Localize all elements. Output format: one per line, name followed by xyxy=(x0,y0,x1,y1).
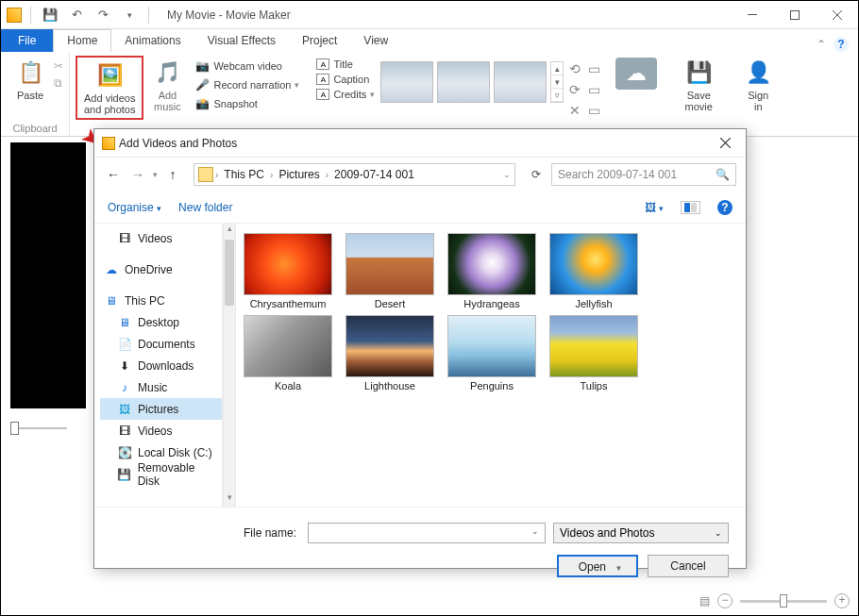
skydrive-button[interactable]: ☁ xyxy=(610,56,663,93)
file-item[interactable]: Koala xyxy=(244,315,332,391)
save-movie-button[interactable]: 💾 Save movie xyxy=(675,56,722,114)
tab-animations[interactable]: Animations xyxy=(111,30,194,52)
signin-button[interactable]: 👤 Sign in xyxy=(734,56,782,114)
nav-music[interactable]: ♪Music xyxy=(100,376,222,398)
rotate-thumb[interactable] xyxy=(437,61,490,103)
nav-desktop[interactable]: 🖥Desktop xyxy=(100,311,222,333)
disk-icon: 💽 xyxy=(117,445,132,460)
crumb-sep-icon[interactable]: › xyxy=(326,170,328,180)
undo-icon[interactable]: ↶ xyxy=(66,5,87,25)
nav-videos2[interactable]: 🎞Videos xyxy=(100,420,222,441)
folder-icon xyxy=(198,167,213,182)
nav-scrollbar[interactable]: ▴ ▾ xyxy=(223,224,236,507)
back-button[interactable]: ← xyxy=(104,167,123,182)
open-button[interactable]: Open ▼ xyxy=(557,555,638,577)
crumb-folder[interactable]: 2009-07-14 001 xyxy=(330,168,418,181)
dialog-close-button[interactable] xyxy=(712,132,738,155)
nav-onedrive[interactable]: ☁OneDrive xyxy=(100,258,222,280)
file-item[interactable]: Jellyfish xyxy=(549,233,638,309)
nav-pictures[interactable]: 🖼Pictures xyxy=(100,398,222,420)
save-icon[interactable]: 💾 xyxy=(40,5,60,25)
maximize-button[interactable] xyxy=(773,1,816,29)
file-item[interactable]: Hydrangeas xyxy=(447,233,536,309)
qat-dropdown-icon[interactable]: ▾ xyxy=(119,5,140,25)
tab-view[interactable]: View xyxy=(350,30,401,52)
crumb-pictures[interactable]: Pictures xyxy=(275,168,323,181)
zoom-out-icon[interactable]: − xyxy=(717,593,733,608)
preview-pane-button[interactable] xyxy=(681,201,700,214)
help-icon[interactable]: ? xyxy=(834,37,849,52)
caption-button[interactable]: ACaption xyxy=(312,73,379,86)
app-icon xyxy=(7,8,22,23)
rotate-thumb[interactable] xyxy=(494,61,547,103)
refresh-button[interactable]: ⟳ xyxy=(527,168,546,181)
forward-button[interactable]: → xyxy=(128,167,147,182)
address-dropdown-icon[interactable]: ⌄ xyxy=(503,170,511,179)
cut-icon[interactable]: ✂ xyxy=(54,59,63,73)
credits-button[interactable]: ACredits ▾ xyxy=(312,88,379,101)
crumb-sep-icon[interactable]: › xyxy=(270,170,273,180)
crumb-this-pc[interactable]: This PC xyxy=(220,168,268,181)
filter-dropdown[interactable]: Videos and Photos⌄ xyxy=(553,523,729,543)
select2-icon[interactable]: ▭ xyxy=(588,82,600,97)
add-music-button[interactable]: 🎵 Add music xyxy=(143,56,191,114)
file-thumbnail xyxy=(549,233,638,295)
tab-file[interactable]: File xyxy=(1,29,53,52)
close-button[interactable] xyxy=(816,1,858,29)
tab-visual-effects[interactable]: Visual Effects xyxy=(194,30,289,52)
add-videos-button[interactable]: 🖼️ Add videos and photos xyxy=(78,58,141,117)
collapse-ribbon-icon[interactable]: ⌃ xyxy=(817,38,826,51)
file-item[interactable]: Chrysanthemum xyxy=(244,233,332,309)
filename-input[interactable]: ⌄ xyxy=(308,523,546,543)
minimize-button[interactable] xyxy=(731,1,773,29)
address-bar[interactable]: › This PC › Pictures › 2009-07-14 001 ⌄ xyxy=(194,163,515,186)
seek-slider[interactable] xyxy=(10,427,86,429)
rotate-left-icon[interactable]: ⟲ xyxy=(569,61,581,76)
file-item[interactable]: Tulips xyxy=(549,315,638,391)
rotate-more[interactable]: ▴▾▿ xyxy=(550,61,564,103)
view-options-button[interactable]: 🖼 ▾ xyxy=(645,201,664,214)
cloud-icon: ☁ xyxy=(615,58,657,90)
thumbnails-icon[interactable]: ▤ xyxy=(699,594,710,608)
file-thumbnail xyxy=(345,315,434,377)
nav-removable[interactable]: 💾Removable Disk xyxy=(100,463,222,485)
ribbon-tools: ⟲ ⟳ ✕ xyxy=(565,56,584,124)
file-item[interactable]: Lighthouse xyxy=(345,315,434,391)
video-preview[interactable] xyxy=(10,142,86,408)
nav-this-pc[interactable]: 🖥This PC xyxy=(100,290,222,311)
cancel-button[interactable]: Cancel xyxy=(648,555,729,577)
file-item[interactable]: Desert xyxy=(345,233,434,309)
title-button[interactable]: ATitle xyxy=(312,58,379,71)
crumb-sep-icon[interactable]: › xyxy=(215,170,218,180)
up-button[interactable]: ↑ xyxy=(163,167,182,182)
new-folder-button[interactable]: New folder xyxy=(178,201,232,214)
history-dropdown-icon[interactable]: ▾ xyxy=(153,170,158,179)
rotate-right-icon[interactable]: ⟳ xyxy=(569,82,581,97)
paste-button[interactable]: 📋 Paste xyxy=(7,56,54,103)
nav-videos[interactable]: 🎞Videos xyxy=(100,227,222,249)
copy-icon[interactable]: ⧉ xyxy=(54,76,63,90)
search-placeholder: Search 2009-07-14 001 xyxy=(558,168,677,181)
rotate-thumb[interactable] xyxy=(380,61,433,103)
snapshot-button[interactable]: 📸Snapshot xyxy=(191,95,303,112)
search-icon: 🔍 xyxy=(716,168,730,181)
file-label: Hydrangeas xyxy=(447,298,536,309)
record-button[interactable]: 🎤Record narration ▾ xyxy=(191,76,303,93)
zoom-in-icon[interactable]: + xyxy=(834,593,850,608)
rotate-gallery[interactable]: ▴▾▿ xyxy=(379,56,565,103)
redo-icon[interactable]: ↷ xyxy=(93,5,113,25)
tab-home[interactable]: Home xyxy=(53,29,111,52)
select3-icon[interactable]: ▭ xyxy=(588,103,600,118)
nav-downloads[interactable]: ⬇Downloads xyxy=(100,355,222,376)
select-icon[interactable]: ▭ xyxy=(588,61,600,76)
zoom-slider[interactable] xyxy=(740,600,827,603)
dialog-help-icon[interactable]: ? xyxy=(717,200,733,215)
delete-icon[interactable]: ✕ xyxy=(569,103,581,118)
webcam-button[interactable]: 📷Webcam video xyxy=(191,58,303,75)
nav-documents[interactable]: 📄Documents xyxy=(100,333,222,355)
tab-project[interactable]: Project xyxy=(289,30,350,52)
caption-icon: A xyxy=(316,74,329,85)
search-input[interactable]: Search 2009-07-14 001 🔍 xyxy=(551,163,736,186)
file-item[interactable]: Penguins xyxy=(447,315,536,391)
organise-button[interactable]: Organise ▾ xyxy=(108,201,161,214)
